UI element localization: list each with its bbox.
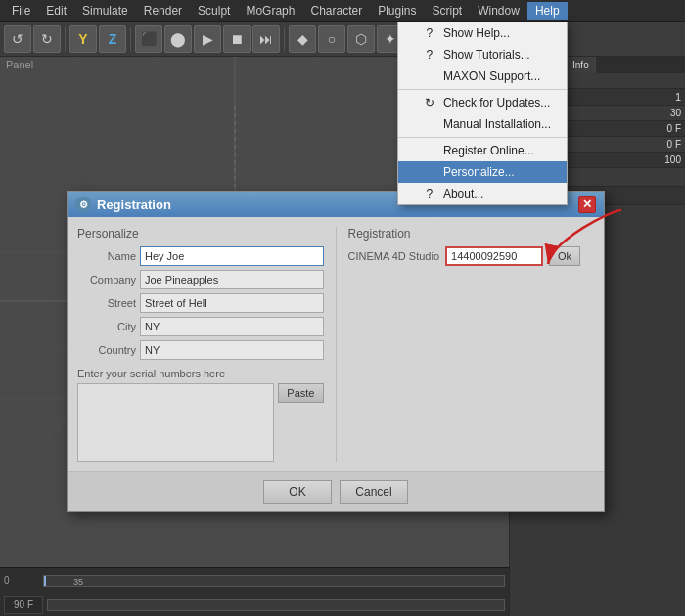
menu-render[interactable]: Render bbox=[136, 2, 190, 20]
menu-help[interactable]: Help bbox=[527, 2, 568, 20]
name-row: Name bbox=[77, 246, 324, 266]
dialog-icon: ⚙ bbox=[75, 197, 91, 212]
toolbar-shape1[interactable]: ◆ bbox=[289, 25, 316, 53]
toolbar-sep2 bbox=[130, 27, 131, 51]
dialog-personalize: Personalize Name Company Street City Cou… bbox=[77, 227, 324, 462]
toolbar: ↺ ↻ Y Z ⬛ ⬤ ▶ ⏹ ⏭ ◆ ○ ⬡ ✦ ◎ ◈ bbox=[0, 22, 685, 57]
row-val-5: 100 bbox=[664, 154, 681, 165]
toolbar-z[interactable]: Z bbox=[99, 25, 126, 53]
toolbar-forward[interactable]: ⏭ bbox=[252, 25, 280, 53]
menu-plugins[interactable]: Plugins bbox=[370, 2, 424, 20]
toolbar-sep3 bbox=[284, 27, 285, 51]
dialog-title-left: ⚙ Registration bbox=[75, 197, 171, 212]
tab-info[interactable]: Info bbox=[567, 57, 596, 73]
menu-file[interactable]: File bbox=[4, 2, 38, 20]
menu-character[interactable]: Character bbox=[302, 2, 370, 20]
city-row: City bbox=[77, 317, 324, 336]
menu-sep1 bbox=[398, 89, 567, 90]
country-row: Country bbox=[77, 340, 324, 360]
toolbar-play[interactable]: ▶ bbox=[194, 25, 221, 53]
toolbar-shape2[interactable]: ○ bbox=[318, 25, 345, 53]
menu-show-help[interactable]: ? Show Help... bbox=[398, 22, 567, 44]
country-label: Country bbox=[77, 344, 136, 356]
menu-mograph[interactable]: MoGraph bbox=[238, 2, 302, 20]
ok-button[interactable]: OK bbox=[263, 480, 332, 504]
row-val-3: 0 F bbox=[667, 123, 681, 134]
company-label: Company bbox=[77, 274, 136, 286]
menu-personalize[interactable]: Personalize... bbox=[398, 161, 567, 183]
registration-dialog: ⚙ Registration ✕ Personalize Name Compan… bbox=[67, 191, 605, 512]
menu-window[interactable]: Window bbox=[470, 2, 527, 20]
paste-button[interactable]: Paste bbox=[278, 383, 323, 403]
timeline-track[interactable] bbox=[47, 599, 505, 611]
serial-textarea[interactable] bbox=[77, 383, 274, 462]
city-label: City bbox=[77, 321, 136, 332]
timeline-ruler[interactable]: 35 bbox=[43, 575, 505, 587]
toolbar-cube[interactable]: ⬛ bbox=[135, 25, 162, 53]
toolbar-shape3[interactable]: ⬡ bbox=[347, 25, 375, 53]
toolbar-y[interactable]: Y bbox=[69, 25, 97, 53]
dialog-registration: Registration CINEMA 4D Studio Ok bbox=[336, 227, 595, 462]
help-icon: ? bbox=[422, 26, 437, 40]
dialog-body: Personalize Name Company Street City Cou… bbox=[68, 217, 604, 471]
cancel-button[interactable]: Cancel bbox=[340, 480, 408, 504]
frame-display: 90 F bbox=[4, 596, 43, 614]
serial-row: Paste bbox=[77, 383, 324, 462]
tutorials-icon: ? bbox=[422, 48, 437, 62]
serial-area: Enter your serial numbers here Paste bbox=[77, 368, 324, 462]
menu-about[interactable]: ? About... bbox=[398, 183, 567, 204]
toolbar-stop[interactable]: ⏹ bbox=[223, 25, 251, 53]
street-label: Street bbox=[77, 297, 136, 309]
street-row: Street bbox=[77, 293, 324, 313]
menu-show-tutorials[interactable]: ? Show Tutorials... bbox=[398, 44, 567, 66]
cinema4d-reg-row: CINEMA 4D Studio Ok bbox=[348, 246, 595, 266]
studio-label: CINEMA 4D Studio bbox=[348, 250, 440, 262]
menu-bar: File Edit Simulate Render Sculpt MoGraph… bbox=[0, 0, 685, 22]
toolbar-sphere[interactable]: ⬤ bbox=[164, 25, 192, 53]
serial-input[interactable] bbox=[445, 246, 543, 266]
toolbar-sep1 bbox=[65, 27, 66, 51]
updates-icon: ↻ bbox=[422, 96, 437, 110]
toolbar-undo[interactable]: ↺ bbox=[4, 25, 31, 53]
menu-manual-install[interactable]: Manual Installation... bbox=[398, 113, 567, 135]
reg-ok-button[interactable]: Ok bbox=[549, 246, 580, 266]
street-input[interactable] bbox=[140, 293, 324, 313]
menu-maxon-support[interactable]: MAXON Support... bbox=[398, 66, 567, 87]
dialog-footer: OK Cancel bbox=[68, 471, 604, 511]
menu-sculpt[interactable]: Sculpt bbox=[190, 2, 238, 20]
menu-sep2 bbox=[398, 137, 567, 138]
timeline-number: 35 bbox=[44, 576, 504, 588]
registration-title: Registration bbox=[348, 227, 595, 241]
menu-simulate[interactable]: Simulate bbox=[74, 2, 136, 20]
company-row: Company bbox=[77, 270, 324, 289]
personalize-title: Personalize bbox=[77, 227, 324, 241]
name-input[interactable] bbox=[140, 246, 324, 266]
name-label: Name bbox=[77, 250, 136, 262]
dialog-title: Registration bbox=[97, 198, 171, 212]
city-input[interactable] bbox=[140, 317, 324, 336]
company-input[interactable] bbox=[140, 270, 324, 289]
menu-check-updates[interactable]: ↻ Check for Updates... bbox=[398, 92, 567, 113]
country-input[interactable] bbox=[140, 340, 324, 360]
row-val-4: 0 F bbox=[667, 139, 681, 150]
menu-edit[interactable]: Edit bbox=[38, 2, 74, 20]
menu-register-online[interactable]: Register Online... bbox=[398, 140, 567, 161]
timeline-start: 0 bbox=[4, 575, 43, 586]
help-dropdown: ? Show Help... ? Show Tutorials... MAXON… bbox=[397, 22, 568, 205]
serial-label: Enter your serial numbers here bbox=[77, 368, 324, 379]
about-icon: ? bbox=[422, 187, 437, 200]
row-val-2: 30 bbox=[670, 108, 681, 118]
row-val-1: 1 bbox=[675, 91, 681, 103]
menu-script[interactable]: Script bbox=[425, 2, 471, 20]
close-button[interactable]: ✕ bbox=[578, 196, 596, 213]
toolbar-redo[interactable]: ↻ bbox=[33, 25, 61, 53]
